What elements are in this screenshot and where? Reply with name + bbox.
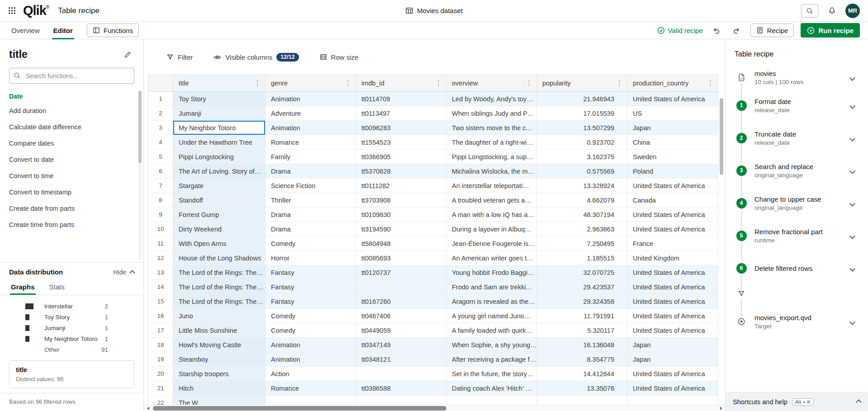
cell-genre[interactable]: Drama: [266, 222, 356, 236]
cell-production_country[interactable]: Poland: [627, 164, 718, 179]
cell-overview[interactable]: [446, 396, 537, 405]
cell-imdb_id[interactable]: tt5370828: [356, 164, 446, 179]
cell-imdb_id[interactable]: tt3194590: [356, 222, 446, 236]
cell-title[interactable]: Howl's Moving Castle: [173, 338, 266, 352]
cell-genre[interactable]: Fantasy: [266, 265, 356, 280]
cell-title[interactable]: Dirty Weekend: [173, 222, 266, 236]
cell-genre[interactable]: Action: [266, 367, 356, 381]
cell-genre[interactable]: Drama: [266, 164, 356, 179]
cell-imdb_id[interactable]: [356, 396, 446, 405]
column-menu-icon[interactable]: ⋮: [524, 79, 534, 87]
cell-popularity[interactable]: 4.662079: [537, 193, 627, 208]
visible-columns-button[interactable]: Visible columns 12/12: [213, 53, 299, 61]
hide-distribution-button[interactable]: Hide: [113, 269, 134, 276]
cell-overview[interactable]: Michalina Wislocka, the m…: [446, 164, 537, 179]
cell-popularity[interactable]: 13.507299: [537, 121, 627, 135]
cell-genre[interactable]: Fantasy: [266, 294, 356, 309]
cell-popularity[interactable]: 8.354775: [537, 352, 627, 367]
cell-title[interactable]: Starship troopers: [173, 367, 266, 381]
cell-popularity[interactable]: [537, 396, 627, 405]
undo-button[interactable]: [710, 24, 723, 37]
cell-popularity[interactable]: 16.136048: [537, 338, 627, 352]
cell-genre[interactable]: Drama: [266, 208, 356, 222]
cell-imdb_id[interactable]: tt0085693: [356, 251, 446, 265]
cell-popularity[interactable]: 13.35076: [537, 381, 627, 396]
cell-production_country[interactable]: United States of America: [627, 294, 718, 309]
cell-title[interactable]: My Neighbor Totoro: [173, 121, 266, 135]
cell-imdb_id[interactable]: tt0386588: [356, 381, 446, 396]
cell-imdb_id[interactable]: tt0167260: [356, 294, 446, 309]
cell-overview[interactable]: When siblings Judy and P…: [446, 106, 537, 121]
row-number[interactable]: 10: [148, 222, 173, 236]
column-header-title[interactable]: title⋮: [173, 75, 266, 92]
cell-popularity[interactable]: 5.320117: [537, 323, 627, 338]
cell-production_country[interactable]: United States of America: [627, 92, 718, 106]
recipe-step[interactable]: 6Delete filtered rows: [732, 252, 862, 284]
cell-imdb_id[interactable]: tt0111282: [356, 179, 446, 193]
recipe-step[interactable]: 1Format daterelease_date: [732, 89, 862, 122]
chevron-down-icon[interactable]: [849, 266, 855, 272]
cell-imdb_id[interactable]: [356, 280, 446, 294]
cell-production_country[interactable]: United States of America: [627, 280, 718, 294]
cell-genre[interactable]: Comedy: [266, 236, 356, 251]
cell-overview[interactable]: A troubled veteran gets a…: [446, 193, 537, 208]
row-number[interactable]: 14: [148, 280, 173, 294]
distribution-row[interactable]: Jumanji1: [25, 322, 108, 333]
tab-overview[interactable]: Overview: [5, 22, 47, 39]
chevron-down-icon[interactable]: [849, 103, 855, 109]
horizontal-scrollbar-thumb[interactable]: [153, 406, 446, 411]
cell-overview[interactable]: Jean-Étienne Fougerole is…: [446, 236, 537, 251]
cell-title[interactable]: Jumanji: [173, 106, 266, 121]
column-menu-icon[interactable]: ⋮: [253, 79, 262, 87]
cell-popularity[interactable]: 13.328924: [537, 179, 627, 193]
row-number[interactable]: 12: [148, 251, 173, 265]
tab-editor[interactable]: Editor: [47, 22, 80, 39]
row-number[interactable]: 3: [148, 121, 173, 135]
scroll-right-arrow[interactable]: [717, 405, 725, 411]
chevron-down-icon[interactable]: [849, 136, 855, 142]
cell-production_country[interactable]: United States of America: [627, 222, 718, 236]
cell-imdb_id[interactable]: tt1554523: [356, 135, 446, 150]
cell-overview[interactable]: A man with a low IQ has a…: [446, 208, 537, 222]
cell-overview[interactable]: Young hobbit Frodo Baggi…: [446, 265, 537, 280]
chevron-down-icon[interactable]: [849, 168, 855, 174]
dataset-selector[interactable]: Movies dataset: [405, 7, 463, 14]
chevron-down-icon[interactable]: [849, 233, 855, 239]
row-number[interactable]: 2: [148, 106, 173, 121]
chevron-down-icon[interactable]: [849, 201, 855, 207]
cell-popularity[interactable]: 11.791591: [537, 309, 627, 323]
column-header-popularity[interactable]: popularity⋮: [537, 75, 627, 92]
column-menu-icon[interactable]: ⋮: [706, 79, 715, 87]
cell-overview[interactable]: An American writer goes t…: [446, 251, 537, 265]
cell-popularity[interactable]: 29.324358: [537, 294, 627, 309]
cell-popularity[interactable]: 32.070725: [537, 265, 627, 280]
function-item[interactable]: Convert to time: [9, 168, 132, 184]
recipe-step[interactable]: 5Remove fractional partruntime: [732, 219, 862, 252]
cell-genre[interactable]: Romance: [266, 381, 356, 396]
cell-title[interactable]: Hitch: [173, 381, 266, 396]
row-number[interactable]: 22: [148, 396, 173, 405]
cell-title[interactable]: The Lord of the Rings: The…: [173, 265, 266, 280]
recipe-step[interactable]: 2Truncate daterelease_date: [732, 122, 862, 154]
cell-genre[interactable]: Horror: [266, 251, 356, 265]
cell-popularity[interactable]: 3.162375: [537, 150, 627, 164]
row-number[interactable]: 18: [148, 338, 173, 352]
cell-popularity[interactable]: 14.412644: [537, 367, 627, 381]
cell-popularity[interactable]: 0.923702: [537, 135, 627, 150]
recipe-step[interactable]: 4Change to upper caseoriginal_language: [732, 187, 862, 219]
row-number[interactable]: 8: [148, 193, 173, 208]
edit-pencil-icon[interactable]: [123, 51, 132, 59]
cell-overview[interactable]: When Sophie, a shy young…: [446, 338, 537, 352]
row-number[interactable]: 15: [148, 294, 173, 309]
cell-imdb_id[interactable]: tt0109830: [356, 208, 446, 222]
cell-title[interactable]: Under the Hawthorn Tree: [173, 135, 266, 150]
cell-overview[interactable]: Dating coach Alex 'Hitch' …: [446, 381, 537, 396]
cell-production_country[interactable]: United States of America: [627, 309, 718, 323]
cell-imdb_id[interactable]: tt3703908: [356, 193, 446, 208]
cell-title[interactable]: Pippi Longstocking: [173, 150, 266, 164]
shortcuts-and-help-bar[interactable]: Shortcuts and help Alt + K: [726, 392, 868, 411]
column-menu-icon[interactable]: ⋮: [343, 79, 353, 87]
cell-popularity[interactable]: 7.250495: [537, 236, 627, 251]
cell-imdb_id[interactable]: tt0113497: [356, 106, 446, 121]
cell-production_country[interactable]: Japan: [627, 121, 718, 135]
